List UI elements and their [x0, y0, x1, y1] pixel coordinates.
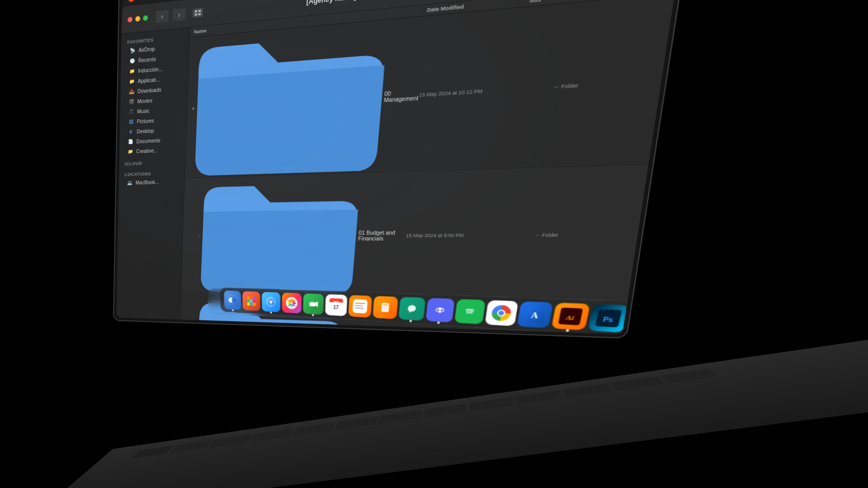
macbook-label: MacBook...	[136, 179, 159, 185]
finder-active-dot	[221, 311, 223, 313]
chrome-center	[495, 308, 504, 315]
view-toggle-button[interactable]	[189, 6, 206, 19]
key-f5	[333, 416, 379, 431]
icloud-header: iCloud	[119, 157, 185, 168]
induccion-label: Inducción...	[138, 66, 163, 74]
sidebar: Favorites 📡 AirDrop 🕐 Recents	[117, 28, 190, 319]
svg-point-13	[238, 300, 241, 304]
key-f6	[377, 409, 422, 425]
file-list: Name Date Modified Size Kind Version ▼	[180, 0, 676, 334]
discord-active-dot	[437, 321, 440, 323]
svg-rect-1	[198, 9, 201, 12]
applications-icon: 📁	[128, 78, 135, 85]
key-f1	[168, 439, 215, 454]
safari-active-dot	[263, 313, 265, 315]
svg-point-12	[244, 297, 248, 301]
dock-calendar[interactable]: 17 MAY	[323, 295, 347, 317]
desktop-icon: 🖥	[127, 128, 134, 135]
minimize-button[interactable]	[135, 16, 140, 22]
management-kind: Folder	[558, 81, 606, 90]
window-title: [Agency Name]	[306, 0, 357, 5]
dock-anki[interactable]: A	[515, 300, 548, 326]
back-button[interactable]: ‹	[155, 9, 169, 23]
dock-facetime[interactable]	[299, 294, 322, 315]
recents-icon: 🕐	[129, 57, 136, 65]
key-f7	[422, 403, 467, 418]
chrome-ring	[490, 304, 510, 319]
dock-photos[interactable]	[276, 293, 298, 314]
sidebar-item-macbook[interactable]: 💻 MacBook...	[121, 176, 183, 188]
pictures-icon: 🖼	[127, 118, 134, 125]
facetime-active-dot	[309, 315, 311, 317]
fullscreen-button[interactable]	[143, 15, 148, 21]
management-name: 00 Management	[384, 89, 420, 103]
induccion-icon: 📁	[128, 67, 135, 75]
svg-point-10	[238, 297, 242, 301]
budget-name: 01 Budget and Financials	[358, 230, 407, 241]
laptop-base	[33, 333, 868, 488]
expand-arrow-management[interactable]: ▼	[191, 106, 195, 111]
airdrop-label: AirDrop	[138, 46, 155, 53]
screen-content: 🍎 [Agency Name] File Edit View Go Window…	[117, 0, 685, 334]
svg-point-14	[241, 300, 244, 304]
dock-illustrator[interactable]: Ai	[547, 301, 582, 327]
dock-spotify[interactable]	[455, 298, 485, 323]
dock-launchpad[interactable]	[233, 292, 253, 313]
music-label: Music	[137, 108, 150, 114]
dock-photoshop[interactable]: Ps	[580, 302, 617, 328]
key-f12	[660, 368, 718, 384]
airdrop-icon: 📡	[129, 47, 136, 54]
desktop-label: Desktop	[136, 128, 154, 134]
svg-rect-2	[195, 13, 197, 15]
dock-finder[interactable]	[212, 291, 231, 312]
dock-safari[interactable]	[254, 292, 275, 314]
recents-label: Recents	[138, 56, 156, 63]
budget-kind: Folder	[539, 232, 585, 238]
budget-date: 15 May 2024 at 9:50 PM	[406, 232, 502, 238]
dock-chatgpt[interactable]	[399, 297, 426, 320]
svg-rect-3	[198, 13, 201, 15]
expand-arrow-budget[interactable]: ›	[197, 234, 201, 239]
creative-icon: 📁	[127, 148, 134, 155]
svg-text:MAY: MAY	[332, 300, 338, 304]
svg-point-56	[460, 303, 479, 318]
documents-label: Documents	[136, 137, 160, 144]
svg-point-11	[241, 297, 244, 301]
management-name-cell: ▼ 00 Management	[189, 18, 427, 177]
forward-button[interactable]: ›	[173, 8, 186, 21]
size-header[interactable]: Size	[529, 0, 570, 4]
key-f8	[469, 396, 515, 412]
apple-menu[interactable]: 🍎	[128, 0, 135, 2]
traffic-lights	[127, 15, 148, 22]
scene: 🍎 [Agency Name] File Edit View Go Window…	[0, 0, 868, 488]
view-icon	[192, 8, 203, 17]
dock-reminders[interactable]	[347, 295, 372, 318]
svg-text:Ps: Ps	[593, 314, 604, 320]
key-f2	[207, 433, 254, 449]
folder-icon-budget	[201, 175, 361, 295]
close-button[interactable]	[127, 17, 132, 23]
svg-rect-35	[306, 303, 312, 307]
dock-chrome[interactable]	[484, 299, 516, 324]
management-date: 15 May 2024 at 10:12 PM	[419, 86, 519, 98]
dock-discord[interactable]	[426, 298, 455, 322]
file-row-budget[interactable]: › 01 Budget and Financials 15 May 2024 a…	[181, 165, 648, 302]
key-f3	[248, 428, 295, 443]
svg-rect-0	[195, 10, 197, 12]
finder-content: Favorites 📡 AirDrop 🕐 Recents	[117, 0, 676, 334]
svg-point-16	[238, 304, 241, 307]
dock-pages[interactable]	[372, 296, 399, 319]
svg-point-15	[244, 300, 248, 304]
laptop-screen: 🍎 [Agency Name] File Edit View Go Window…	[113, 0, 691, 338]
key-f10	[562, 383, 614, 399]
chatgpt-active-dot	[410, 320, 412, 322]
management-size: --	[519, 84, 559, 92]
keyboard-keys	[89, 345, 868, 488]
key-f11	[610, 376, 665, 392]
svg-rect-42	[352, 300, 367, 314]
applications-label: Applicati...	[138, 76, 160, 84]
music-icon: 🎵	[127, 108, 134, 115]
sidebar-item-creative[interactable]: 📁 Creative...	[121, 144, 183, 157]
budget-size: --	[502, 232, 540, 238]
svg-text:17: 17	[331, 305, 338, 310]
